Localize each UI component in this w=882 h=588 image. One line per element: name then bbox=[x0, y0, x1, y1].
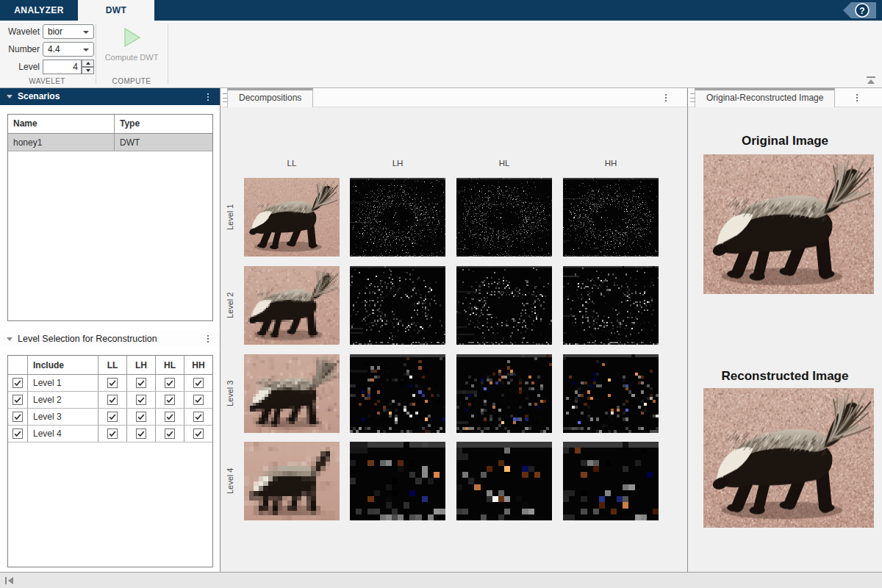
hl-column: HL bbox=[156, 356, 184, 374]
scenarios-menu-button[interactable] bbox=[204, 91, 212, 103]
comparison-panel: Original-Reconstructed Image Original Im… bbox=[687, 88, 882, 572]
level-selection-panel-header[interactable]: Level Selection for Reconstruction bbox=[0, 331, 220, 347]
wavelet-label: Wavelet bbox=[0, 24, 40, 39]
level-spin-up-button[interactable] bbox=[82, 60, 94, 67]
scenarios-title: Scenarios bbox=[18, 91, 60, 101]
decomposition-image-ll-level3 bbox=[244, 354, 340, 433]
checkbox-level2-ll[interactable] bbox=[107, 395, 118, 405]
help-icon: ? bbox=[842, 2, 878, 18]
checkbox-level2-hh[interactable] bbox=[193, 395, 204, 405]
left-panel: Scenarios Name Type honey1 DWT Level Sel… bbox=[0, 88, 220, 572]
level-selection-table: Include LL LH HL HH Level 1 Level 2 Leve… bbox=[7, 355, 213, 567]
decomposition-image-lh-level4 bbox=[350, 442, 445, 520]
checkbox-level3-ll[interactable] bbox=[107, 412, 118, 422]
checkbox-include-level3[interactable] bbox=[12, 412, 23, 422]
comparison-menu-button[interactable] bbox=[853, 92, 861, 104]
level-selection-menu-button[interactable] bbox=[204, 333, 212, 345]
level2-row: Level 2 bbox=[8, 392, 212, 409]
level-selection-title: Level Selection for Reconstruction bbox=[18, 334, 157, 344]
decomposition-image-hh-level4 bbox=[563, 442, 659, 520]
decomposition-image-hl-level4 bbox=[456, 442, 552, 520]
checkbox-level4-ll[interactable] bbox=[107, 429, 118, 439]
decompositions-menu-button[interactable] bbox=[662, 92, 670, 104]
level-label: Level bbox=[0, 60, 40, 74]
column-header-hh: HH bbox=[563, 159, 659, 168]
checkbox-level2-hl[interactable] bbox=[165, 395, 175, 405]
decomposition-image-lh-level2 bbox=[350, 266, 445, 345]
status-bar bbox=[0, 572, 882, 588]
row-label-level2: Level 2 bbox=[224, 266, 236, 345]
wavelet-section-label: WAVELET bbox=[0, 77, 94, 85]
checkbox-include-level4[interactable] bbox=[12, 429, 23, 439]
checkbox-level3-lh[interactable] bbox=[136, 412, 146, 422]
tab-original-reconstructed[interactable]: Original-Reconstructed Image bbox=[695, 88, 835, 107]
scenarios-table-header: Name Type bbox=[8, 115, 212, 134]
hh-column: HH bbox=[184, 356, 212, 374]
scenarios-table: Name Type honey1 DWT bbox=[7, 114, 213, 321]
ribbon-separator bbox=[168, 24, 168, 84]
checkbox-level1-hh[interactable] bbox=[193, 378, 204, 388]
checkbox-level4-hh[interactable] bbox=[193, 429, 204, 439]
svg-text:?: ? bbox=[859, 6, 864, 16]
column-header-lh: LH bbox=[350, 159, 445, 168]
checkbox-level3-hl[interactable] bbox=[165, 412, 175, 422]
decomposition-image-hl-level3 bbox=[456, 354, 552, 433]
compute-section-label: COMPUTE bbox=[97, 77, 166, 85]
checkbox-level2-lh[interactable] bbox=[136, 395, 146, 405]
tab-dwt[interactable]: DWT bbox=[78, 0, 154, 21]
scenario-type: DWT bbox=[115, 134, 212, 151]
collapse-up-icon bbox=[866, 76, 876, 85]
level2-label: Level 2 bbox=[28, 392, 98, 408]
checkbox-level3-hh[interactable] bbox=[193, 412, 204, 422]
compute-dwt-label: Compute DWT bbox=[97, 53, 166, 62]
level-input[interactable]: 4 bbox=[43, 60, 82, 74]
checkbox-level1-ll[interactable] bbox=[107, 378, 118, 388]
lh-column: LH bbox=[127, 356, 156, 374]
arrow-down-icon bbox=[86, 69, 90, 72]
ribbon-separator bbox=[96, 24, 96, 84]
decomposition-image-lh-level3 bbox=[350, 354, 445, 433]
decomposition-image-hl-level1 bbox=[456, 178, 552, 257]
wavelet-dropdown[interactable]: bior bbox=[43, 24, 94, 39]
level3-label: Level 3 bbox=[28, 409, 98, 425]
decompositions-tab-bar: Decompositions bbox=[220, 88, 686, 107]
row-label-level4: Level 4 bbox=[224, 442, 236, 520]
checkbox-include-level2[interactable] bbox=[12, 395, 23, 405]
collapse-left-icon bbox=[4, 576, 15, 585]
collapse-ribbon-button[interactable] bbox=[866, 76, 876, 85]
level4-label: Level 4 bbox=[28, 426, 98, 442]
wavelet-value: bior bbox=[48, 26, 62, 37]
number-dropdown[interactable]: 4.4 bbox=[43, 42, 94, 57]
level-spin-down-button[interactable] bbox=[82, 67, 94, 74]
level1-row: Level 1 bbox=[8, 375, 212, 392]
reconstructed-image bbox=[703, 388, 874, 528]
collapse-triangle-icon[interactable] bbox=[7, 95, 12, 98]
row-label-level3: Level 3 bbox=[224, 354, 236, 433]
compute-dwt-button[interactable]: Compute DWT bbox=[97, 24, 166, 78]
collapse-triangle-icon[interactable] bbox=[7, 337, 12, 341]
scenarios-type-column: Type bbox=[115, 115, 212, 133]
number-value: 4.4 bbox=[48, 44, 60, 54]
arrow-up-icon bbox=[86, 62, 90, 65]
help-button[interactable]: ? bbox=[842, 2, 878, 18]
level4-row: Level 4 bbox=[8, 426, 212, 442]
checkbox-include-level1[interactable] bbox=[12, 378, 23, 388]
play-icon bbox=[121, 26, 143, 49]
column-header-ll: LL bbox=[244, 159, 340, 168]
tab-analyzer[interactable]: ANALYZER bbox=[0, 0, 78, 21]
checkbox-level1-hl[interactable] bbox=[165, 378, 175, 388]
checkbox-level4-hl[interactable] bbox=[165, 429, 175, 439]
level1-label: Level 1 bbox=[28, 375, 98, 391]
checkbox-level1-lh[interactable] bbox=[136, 378, 146, 388]
checkbox-level4-lh[interactable] bbox=[136, 429, 146, 439]
decomposition-image-hh-level1 bbox=[563, 178, 659, 257]
level3-row: Level 3 bbox=[8, 409, 212, 426]
tab-decompositions[interactable]: Decompositions bbox=[227, 88, 313, 107]
scenario-row-honey1[interactable]: honey1 DWT bbox=[8, 134, 212, 151]
decomposition-image-hl-level2 bbox=[456, 266, 552, 345]
collapse-left-panel-button[interactable] bbox=[4, 576, 15, 585]
row-label-level1: Level 1 bbox=[224, 178, 236, 257]
scenarios-panel-header[interactable]: Scenarios bbox=[0, 88, 220, 105]
include-column: Include bbox=[28, 356, 98, 374]
decompositions-panel: Decompositions LL LH HL HH Level 1 Level… bbox=[220, 88, 686, 572]
